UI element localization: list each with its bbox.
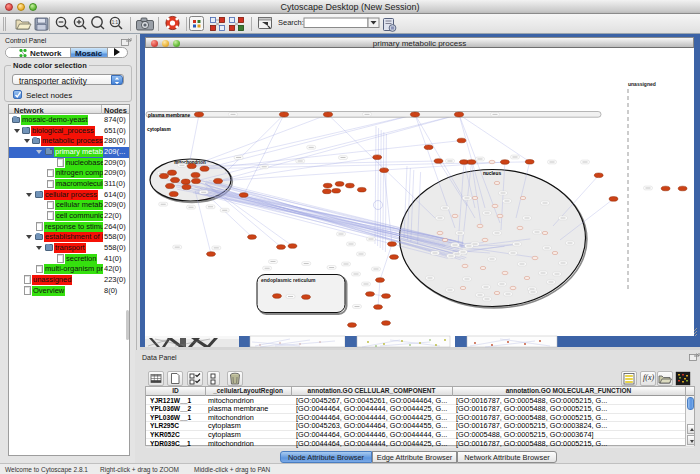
svg-text:nucleus: nucleus <box>483 171 501 176</box>
svg-text:unassigned: unassigned <box>628 81 656 87</box>
svg-text:endoplasmic reticulum: endoplasmic reticulum <box>261 277 316 283</box>
svg-text:Search:: Search: <box>278 18 304 27</box>
svg-text:1:1: 1:1 <box>112 20 119 25</box>
svg-text:cytoplasm: cytoplasm <box>147 127 171 132</box>
svg-text:plasma membrane: plasma membrane <box>148 113 190 118</box>
